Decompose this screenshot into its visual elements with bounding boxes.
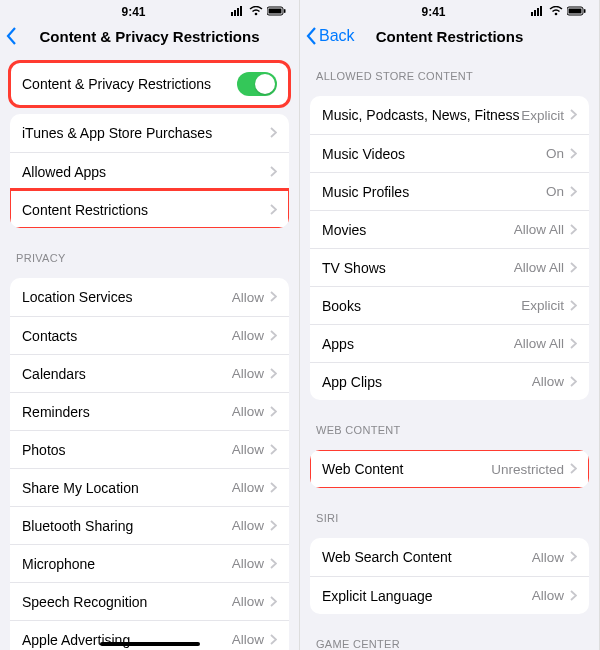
chevron-right-icon <box>570 107 577 123</box>
row-value: Allow <box>232 442 264 457</box>
row-label: Music Profiles <box>322 184 546 200</box>
svg-rect-2 <box>237 8 239 16</box>
toggle-label: Content & Privacy Restrictions <box>22 76 237 92</box>
settings-row[interactable]: RemindersAllow <box>10 392 289 430</box>
row-value: On <box>546 184 564 199</box>
settings-row[interactable]: BooksExplicit <box>310 286 589 324</box>
svg-rect-6 <box>269 9 282 14</box>
chevron-right-icon <box>270 166 277 177</box>
row-value: Allow <box>532 550 564 565</box>
status-time: 9:41 <box>336 5 531 19</box>
chevron-right-icon <box>270 368 277 379</box>
scroll-area[interactable]: Allowed Store Content Music, Podcasts, N… <box>300 54 599 650</box>
content-privacy-toggle-row[interactable]: Content & Privacy Restrictions <box>10 62 289 106</box>
allowed-group: Music, Podcasts, News, FitnessExplicitMu… <box>310 96 589 400</box>
toggle-group: Content & Privacy Restrictions <box>10 62 289 106</box>
settings-row[interactable]: Allowed Apps <box>10 152 289 190</box>
settings-row[interactable]: MoviesAllow All <box>310 210 589 248</box>
chevron-right-icon <box>570 298 577 314</box>
settings-row[interactable]: Content Restrictions <box>10 190 289 228</box>
gc-header: Game Center <box>300 622 599 650</box>
settings-row[interactable]: Location ServicesAllow <box>10 278 289 316</box>
back-label: Back <box>319 27 355 45</box>
chevron-right-icon <box>570 224 577 235</box>
chevron-right-icon <box>270 480 277 496</box>
nav-bar: Back Content Restrictions <box>300 22 599 54</box>
home-indicator[interactable] <box>100 642 200 646</box>
row-value: Allow <box>232 556 264 571</box>
chevron-right-icon <box>270 330 277 341</box>
battery-icon <box>567 5 587 19</box>
chevron-right-icon <box>570 461 577 477</box>
settings-row[interactable]: MicrophoneAllow <box>10 544 289 582</box>
settings-row[interactable]: App ClipsAllow <box>310 362 589 400</box>
row-value: Allow All <box>514 222 564 237</box>
settings-row[interactable]: Music VideosOn <box>310 134 589 172</box>
chevron-right-icon <box>270 404 277 420</box>
chevron-right-icon <box>270 204 277 215</box>
privacy-group: Location ServicesAllowContactsAllowCalen… <box>10 278 289 650</box>
row-value: Allow <box>232 480 264 495</box>
row-label: Web Search Content <box>322 549 532 565</box>
chevron-right-icon <box>270 634 277 645</box>
settings-row[interactable]: iTunes & App Store Purchases <box>10 114 289 152</box>
svg-rect-11 <box>540 6 542 16</box>
row-label: iTunes & App Store Purchases <box>22 125 264 141</box>
settings-row[interactable]: Share My LocationAllow <box>10 468 289 506</box>
scroll-area[interactable]: Content & Privacy Restrictions iTunes & … <box>0 54 299 650</box>
back-button[interactable]: Back <box>306 27 355 45</box>
chevron-right-icon <box>570 146 577 162</box>
settings-row[interactable]: Web ContentUnrestricted <box>310 450 589 488</box>
wifi-icon <box>249 5 263 19</box>
settings-row[interactable]: CalendarsAllow <box>10 354 289 392</box>
chevron-right-icon <box>570 109 577 120</box>
row-label: Books <box>322 298 521 314</box>
row-value: Allow <box>532 588 564 603</box>
chevron-right-icon <box>270 366 277 382</box>
chevron-left-icon <box>306 27 317 45</box>
chevron-right-icon <box>570 260 577 276</box>
chevron-right-icon <box>570 336 577 352</box>
settings-row[interactable]: ContactsAllow <box>10 316 289 354</box>
settings-row[interactable]: Bluetooth SharingAllow <box>10 506 289 544</box>
siri-header: Siri <box>300 496 599 530</box>
chevron-right-icon <box>270 127 277 138</box>
status-indicators <box>531 5 587 19</box>
settings-row[interactable]: AppsAllow All <box>310 324 589 362</box>
svg-point-12 <box>555 13 558 16</box>
chevron-right-icon <box>570 376 577 387</box>
chevron-right-icon <box>270 520 277 531</box>
settings-row[interactable]: TV ShowsAllow All <box>310 248 589 286</box>
settings-row[interactable]: Music, Podcasts, News, FitnessExplicit <box>310 96 589 134</box>
svg-rect-9 <box>534 10 536 16</box>
row-label: Apps <box>322 336 514 352</box>
back-button[interactable] <box>6 27 19 45</box>
settings-row[interactable]: Music ProfilesOn <box>310 172 589 210</box>
settings-row[interactable]: Explicit LanguageAllow <box>310 576 589 614</box>
row-label: Allowed Apps <box>22 164 264 180</box>
settings-group-1: iTunes & App Store PurchasesAllowed Apps… <box>10 114 289 228</box>
row-value: Allow All <box>514 260 564 275</box>
chevron-right-icon <box>570 551 577 562</box>
wifi-icon <box>549 5 563 19</box>
chevron-right-icon <box>270 444 277 455</box>
row-value: On <box>546 146 564 161</box>
toggle-switch[interactable] <box>237 72 277 96</box>
row-value: Allow <box>232 594 264 609</box>
row-label: Web Content <box>322 461 491 477</box>
chevron-right-icon <box>270 328 277 344</box>
svg-rect-7 <box>284 9 286 13</box>
settings-row[interactable]: PhotosAllow <box>10 430 289 468</box>
row-label: Share My Location <box>22 480 232 496</box>
row-label: TV Shows <box>322 260 514 276</box>
row-label: Speech Recognition <box>22 594 232 610</box>
settings-row[interactable]: Web Search ContentAllow <box>310 538 589 576</box>
chevron-right-icon <box>270 289 277 305</box>
signal-icon <box>531 5 545 19</box>
settings-row[interactable]: Speech RecognitionAllow <box>10 582 289 620</box>
svg-rect-14 <box>569 9 582 14</box>
chevron-right-icon <box>270 632 277 648</box>
page-title: Content & Privacy Restrictions <box>8 28 291 45</box>
chevron-right-icon <box>270 596 277 607</box>
chevron-right-icon <box>270 594 277 610</box>
